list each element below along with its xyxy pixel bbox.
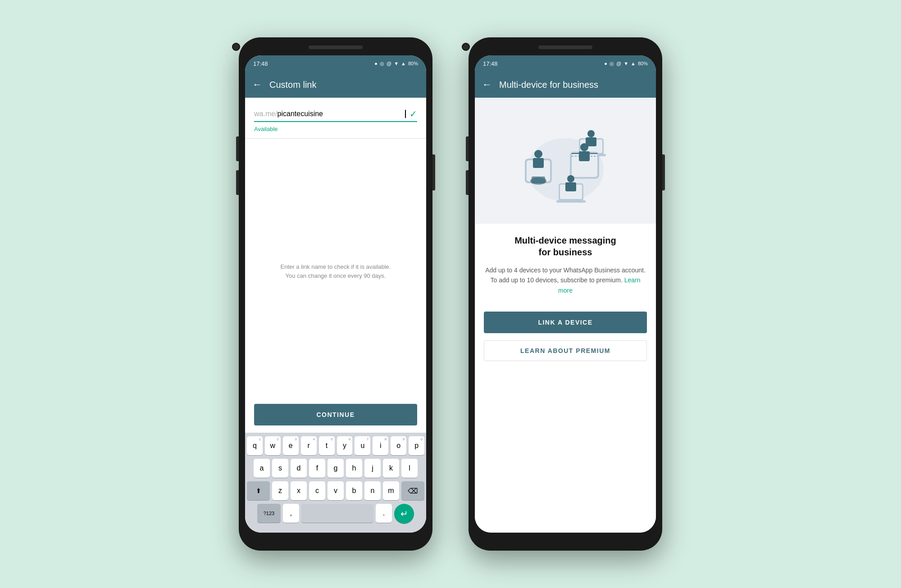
svg-rect-22 — [565, 182, 576, 191]
svg-rect-20 — [556, 200, 586, 203]
key-w[interactable]: 2w — [265, 436, 281, 455]
keyboard-row-4: ?123 , . ↵ — [247, 504, 424, 524]
whatsapp-icon-left: ● — [374, 61, 378, 66]
link-value[interactable]: picantecuisine — [278, 110, 405, 118]
link-input-row[interactable]: wa.me/ picantecuisine ✓ — [254, 109, 417, 122]
signal-icon-left: ▲ — [401, 61, 406, 66]
key-o[interactable]: 9o — [391, 436, 406, 455]
keyboard-row-3: ⬆ z x c v b n m ⌫ — [247, 481, 424, 500]
continue-button[interactable]: CONTINUE — [254, 404, 417, 425]
key-g[interactable]: g — [328, 459, 344, 478]
status-bar-right: 17:48 ● ◎ @ ▼ ▲ 80% — [475, 55, 656, 72]
svg-point-10 — [534, 150, 542, 158]
learn-premium-button[interactable]: LEARN ABOUT PREMIUM — [484, 340, 647, 361]
text-cursor — [405, 110, 406, 118]
multi-device-illustration — [516, 111, 615, 210]
battery-right: 80% — [638, 61, 648, 66]
right-phone: 17:48 ● ◎ @ ▼ ▲ 80% ← Multi-device for b… — [469, 37, 662, 551]
key-y[interactable]: 6y — [337, 436, 353, 455]
key-x[interactable]: x — [291, 481, 307, 500]
status-icons-right: ● ◎ @ ▼ ▲ 80% — [604, 61, 648, 67]
key-n[interactable]: n — [364, 481, 381, 500]
vol-down-btn — [236, 170, 239, 195]
multi-device-description: Add up to 4 devices to your WhatsApp Bus… — [484, 265, 647, 295]
key-period[interactable]: . — [376, 504, 392, 523]
key-f[interactable]: f — [309, 459, 325, 478]
svg-point-21 — [567, 175, 574, 182]
whatsapp-icon-right: ● — [604, 61, 607, 66]
power-btn-right — [662, 154, 665, 190]
key-u[interactable]: 7u — [355, 436, 370, 455]
key-j[interactable]: j — [364, 459, 381, 478]
key-s[interactable]: s — [272, 459, 288, 478]
app-bar-title-left: Custom link — [269, 80, 316, 90]
key-c[interactable]: c — [309, 481, 325, 500]
battery-left: 80% — [408, 61, 418, 66]
keyboard-row-2: a s d f g h j k l — [247, 459, 424, 478]
screen-left: 17:48 ● ◎ @ ▼ ▲ 80% ← Custom link wa.me/… — [245, 55, 426, 533]
check-icon: ✓ — [410, 109, 417, 119]
svg-point-16 — [580, 143, 588, 151]
key-comma[interactable]: , — [283, 504, 299, 523]
key-delete[interactable]: ⌫ — [401, 481, 424, 500]
screen-content-left: wa.me/ picantecuisine ✓ Available Enter … — [245, 98, 426, 533]
key-shift[interactable]: ⬆ — [247, 481, 270, 500]
multi-device-text-section: Multi-device messaging for business Add … — [475, 224, 656, 308]
available-status: Available — [254, 126, 278, 132]
wifi-icon-left: ▼ — [394, 61, 399, 66]
power-btn-left — [432, 154, 435, 190]
key-t[interactable]: 5t — [319, 436, 335, 455]
key-b[interactable]: b — [346, 481, 362, 500]
hint-line1: Enter a link name to check if it is avai… — [281, 263, 391, 270]
key-p[interactable]: 0p — [409, 436, 424, 455]
key-e[interactable]: 3e — [283, 436, 299, 455]
key-space[interactable] — [301, 504, 373, 523]
key-enter[interactable]: ↵ — [394, 504, 414, 524]
svg-rect-9 — [532, 176, 545, 183]
key-v[interactable]: v — [328, 481, 344, 500]
key-k[interactable]: k — [383, 459, 399, 478]
app-bar-title-right: Multi-device for business — [499, 80, 598, 90]
title-line2: for business — [539, 247, 592, 257]
camera-left — [232, 43, 240, 51]
key-d[interactable]: d — [291, 459, 307, 478]
keyboard-row-1: 1q 2w 3e 4r 5t 6y 7u 8i 9o 0p — [247, 436, 424, 455]
vol-up-btn-right — [466, 136, 469, 161]
status-time-right: 17:48 — [483, 60, 498, 67]
link-prefix: wa.me/ — [254, 110, 278, 118]
key-r[interactable]: 4r — [301, 436, 317, 455]
key-i[interactable]: 8i — [373, 436, 388, 455]
screen-content-right: Multi-device messaging for business Add … — [475, 98, 656, 533]
keyboard: 1q 2w 3e 4r 5t 6y 7u 8i 9o 0p a s d f — [245, 433, 426, 533]
key-h[interactable]: h — [346, 459, 362, 478]
link-input-section: wa.me/ picantecuisine ✓ Available — [245, 98, 426, 139]
vol-up-btn — [236, 136, 239, 161]
key-a[interactable]: a — [254, 459, 270, 478]
vol-down-btn-right — [466, 170, 469, 195]
back-button-right[interactable]: ← — [482, 79, 492, 90]
at-icon-left: @ — [387, 61, 391, 66]
app-bar-left: ← Custom link — [245, 72, 426, 98]
multi-device-title: Multi-device messaging for business — [484, 235, 647, 258]
svg-rect-11 — [533, 158, 544, 168]
link-device-button[interactable]: LINK A DEVICE — [484, 312, 647, 333]
key-q[interactable]: 1q — [247, 436, 263, 455]
status-icons-left: ● ◎ @ ▼ ▲ 80% — [374, 61, 418, 67]
status-bar-left: 17:48 ● ◎ @ ▼ ▲ 80% — [245, 55, 426, 72]
svg-point-4 — [587, 130, 595, 137]
hint-line2: You can change it once every 90 days. — [286, 272, 386, 279]
hint-section: Enter a link name to check if it is avai… — [245, 139, 426, 404]
left-phone: 17:48 ● ◎ @ ▼ ▲ 80% ← Custom link wa.me/… — [239, 37, 432, 551]
hint-text: Enter a link name to check if it is avai… — [281, 262, 391, 280]
key-l[interactable]: l — [401, 459, 418, 478]
status-time-left: 17:48 — [253, 60, 268, 67]
key-symbols[interactable]: ?123 — [257, 504, 281, 523]
key-m[interactable]: m — [383, 481, 399, 500]
at-icon-right: @ — [616, 61, 621, 66]
wifi-icon-right: ▼ — [623, 61, 628, 66]
signal-icon-right: ▲ — [631, 61, 636, 66]
key-z[interactable]: z — [272, 481, 288, 500]
screen-right: 17:48 ● ◎ @ ▼ ▲ 80% ← Multi-device for b… — [475, 55, 656, 533]
back-button-left[interactable]: ← — [252, 79, 262, 90]
camera-right — [462, 43, 470, 51]
